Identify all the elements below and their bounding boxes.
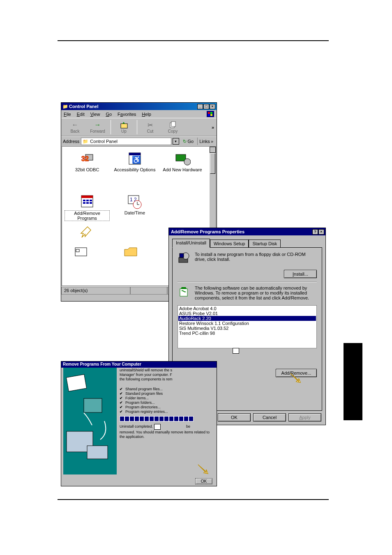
window-titlebar[interactable]: 📁 Control Panel _ □ × [61,103,217,110]
address-icon: 📁 [83,139,88,144]
back-button[interactable]: ← Back [64,121,86,134]
tab-windows-setup[interactable]: Windows Setup [210,240,249,247]
ok-button[interactable]: OK [195,478,212,484]
list-item[interactable]: Restore Winsock 1.1 Configuration [178,321,316,326]
dialog-title: Add/Remove Programs Properties [170,229,312,234]
links-overflow-icon: » [211,139,213,144]
cut-button[interactable]: ✂ Cut [139,121,161,134]
help-button[interactable]: ? [312,229,318,235]
callout-box [154,424,161,430]
tab-startup-disk[interactable]: Startup Disk [249,240,281,247]
go-label: Go [188,139,194,144]
icon-label: Date/Time [112,210,157,215]
svg-rect-0 [208,112,210,114]
maximize-button[interactable]: □ [203,104,209,109]
address-value: Control Panel [90,139,118,144]
address-label: Address [63,139,79,144]
installed-programs-list[interactable]: Adobe Acrobat 4.0 ASUS Probe V2.01 Audio… [178,305,317,348]
check-icon: ✔ [120,387,123,391]
list-item[interactable]: Trend PC-cillin 98 [178,331,316,336]
svg-point-13 [184,159,191,165]
icon-accessibility[interactable]: ♿ Accessibility Options [112,151,157,172]
icon-add-hardware[interactable]: Add New Hardware [160,151,205,172]
dialog-titlebar[interactable]: Add/Remove Programs Properties ? × [169,228,325,235]
back-label: Back [64,129,86,134]
remove-text: The following software can be automatica… [195,286,317,300]
svg-rect-21 [90,202,92,204]
footer-rule [58,499,329,500]
check-icon: ✔ [120,391,123,396]
add-hardware-icon [160,151,205,167]
list-item[interactable]: Adobe Acrobat 4.0 [178,306,316,311]
svg-rect-4 [121,124,127,128]
done-line: removed. You should manually remove item… [120,430,214,434]
dialog-title: Remove Programs From Your Computer [61,362,217,368]
tab-strip: Install/Uninstall Windows Setup Startup … [172,239,322,247]
ok-button[interactable]: OK [218,413,251,421]
remove-programs-dialog: Remove Programs From Your Computer unIns… [61,361,217,486]
app-logo-icon [207,111,214,117]
list-item[interactable]: ASUS Probe V2.01 [178,311,316,316]
close-button[interactable]: × [318,229,324,235]
up-button[interactable]: Up [113,121,135,134]
title-icon: 📁 [62,104,68,109]
menu-go[interactable]: Go [106,112,112,117]
toolbar-overflow-icon[interactable]: » [212,125,214,130]
divider [178,281,317,282]
callout-box [233,348,239,354]
check-icon: ✔ [120,401,123,405]
add-remove-button[interactable]: Add/Remove... [276,369,317,377]
toolbar: ← Back → Forward Up ✂ Cut Copy » [61,118,217,136]
svg-rect-19 [83,202,85,204]
copy-button[interactable]: Copy [161,121,184,134]
partial-folder-icon [124,245,138,258]
links-button[interactable]: Links » [197,138,215,145]
cut-icon: ✂ [139,121,161,129]
svg-text:♿: ♿ [132,155,141,164]
address-dropdown-button[interactable]: ▼ [173,138,179,145]
menu-help[interactable]: Help [142,112,151,117]
check-item: ✔Folder items... [120,396,214,400]
svg-rect-6 [171,122,175,127]
close-button[interactable]: × [210,104,215,109]
svg-rect-17 [86,200,89,201]
partial-folder-icon [74,245,89,258]
svg-rect-1 [210,112,212,114]
forward-icon: → [86,121,109,129]
install-button[interactable]: Install... [284,270,317,278]
svg-rect-10 [129,153,141,155]
cancel-button[interactable]: Cancel [253,413,286,421]
done-line: the application. [120,435,214,439]
svg-rect-36 [87,446,108,459]
header-rule [58,40,329,41]
scroll-thumb[interactable] [210,153,215,174]
icon-add-remove-programs[interactable]: Add/Remove Programs [65,194,110,221]
progress-bar [120,416,214,421]
menu-file[interactable]: File [64,112,71,117]
apply-button: Apply [288,413,321,421]
menu-view[interactable]: View [90,112,100,117]
scroll-up-button[interactable] [210,147,216,153]
icon-date-time[interactable]: 1 2 Date/Time [112,194,157,215]
check-item: ✔Standard program files [120,391,214,396]
wizard-content: unInstallShield will remove the s Manage… [120,368,214,474]
menubar: File Edit View Go Favorites Help [61,110,217,118]
icon-32bit-odbc[interactable]: 32 32bit ODBC [65,151,110,172]
svg-rect-12 [176,154,186,161]
tab-install-uninstall[interactable]: Install/Uninstall [172,239,210,248]
up-icon [113,121,135,129]
menu-favorites[interactable]: Favorites [118,112,136,117]
menu-edit[interactable]: Edit [77,112,85,117]
odbc-icon: 32 [65,151,110,167]
check-icon: ✔ [120,396,123,400]
list-item[interactable]: SiS Multimedia V1.03.52 [178,326,316,331]
go-button[interactable]: ↻ Go [181,138,196,145]
minimize-button[interactable]: _ [197,104,203,109]
check-item: ✔Program registry entries... [120,410,214,414]
window-title: Control Panel [68,104,197,109]
cut-label: Cut [139,129,161,134]
list-item[interactable]: AudioRack 2.20 [178,316,316,321]
address-input[interactable]: 📁 Control Panel [81,138,171,145]
page-edge-tab [344,343,362,420]
forward-button[interactable]: → Forward [86,121,109,134]
